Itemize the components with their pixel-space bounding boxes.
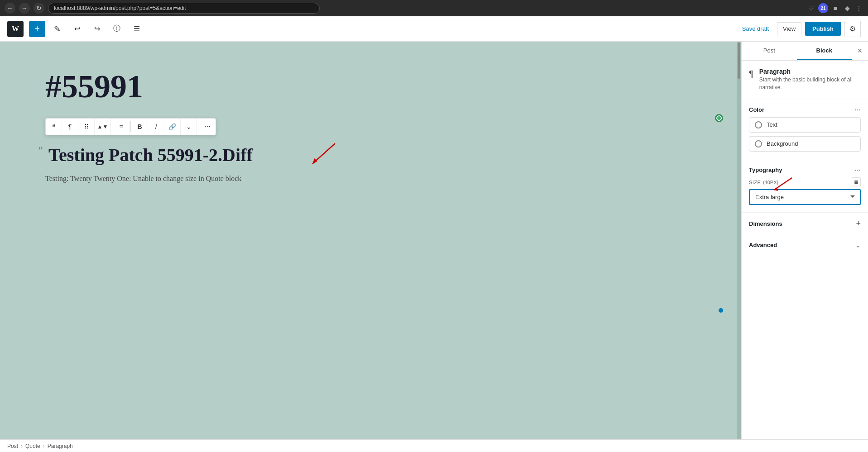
sidebar-tabs: Post Block × xyxy=(742,42,868,61)
sliders-icon: ≣ xyxy=(854,179,858,185)
main-layout: #55991 ❝ ¶ ⠿ ▲▼ ≡ xyxy=(0,42,868,439)
breadcrumb-bar: Post › Quote › Paragraph xyxy=(0,439,868,452)
advanced-toggle-icon[interactable]: ⌄ xyxy=(855,242,861,249)
bold-icon: B xyxy=(137,123,142,130)
bold-button[interactable]: B xyxy=(132,119,148,135)
scrollbar[interactable] xyxy=(737,42,741,439)
breadcrumb-post[interactable]: Post xyxy=(7,443,18,449)
dimensions-add-button[interactable]: + xyxy=(856,219,861,228)
paragraph-icon: ¶ xyxy=(68,123,72,130)
block-desc: Start with the basic building block of a… xyxy=(759,76,861,91)
sidebar-close-button[interactable]: × xyxy=(852,43,868,59)
more-formats-button[interactable]: ⌄ xyxy=(181,119,197,135)
breadcrumb-quote[interactable]: Quote xyxy=(25,443,40,449)
chevron-down-icon: ⌄ xyxy=(186,123,192,130)
view-button[interactable]: View xyxy=(777,22,801,35)
color-section-header: Color ⋯ xyxy=(749,106,861,114)
redo-button[interactable]: ↪ xyxy=(89,21,105,37)
url-text: localhost:8889/wp-admin/post.php?post=5&… xyxy=(54,5,186,11)
green-dot-inner xyxy=(716,115,722,121)
block-name: Paragraph xyxy=(759,68,861,75)
color-background-label: Background xyxy=(767,140,798,147)
more-options-button[interactable]: ⋯ xyxy=(199,119,216,135)
select-wrapper: Small Medium Large Extra large Custom xyxy=(749,189,861,205)
scroll-thumb[interactable] xyxy=(738,43,740,79)
font-size-select[interactable]: Small Medium Large Extra large Custom xyxy=(749,189,861,205)
size-label-group: SIZE (40PX) xyxy=(749,178,778,186)
browser-bar: ← → ↻ localhost:8889/wp-admin/post.php?p… xyxy=(0,0,868,16)
color-options: Text Background xyxy=(749,117,861,152)
paragraph-block[interactable]: Testing Patch 55991-2.Diff xyxy=(45,144,696,166)
move-up-down-button[interactable]: ▲▼ xyxy=(95,119,111,135)
sidebar: Post Block × ¶ Paragraph Start with the … xyxy=(741,42,868,439)
undo-button[interactable]: ↩ xyxy=(69,21,85,37)
extensions-icon[interactable]: ◆ xyxy=(843,4,852,13)
typography-section-header: Typography ⋯ xyxy=(749,167,861,174)
advanced-title: Advanced xyxy=(749,242,777,248)
url-bar[interactable]: localhost:8889/wp-admin/post.php?post=5&… xyxy=(48,3,320,14)
add-block-button[interactable]: + xyxy=(29,21,45,37)
size-label: SIZE xyxy=(749,180,761,185)
color-section: Color ⋯ Text Background xyxy=(742,99,868,159)
drag-handle[interactable]: ⠿ xyxy=(78,119,95,135)
sub-text[interactable]: Testing: Twenty Twenty One: Unable to ch… xyxy=(45,175,696,183)
breadcrumb-sep-2: › xyxy=(43,443,45,449)
forward-button[interactable]: → xyxy=(19,3,30,14)
tab-post[interactable]: Post xyxy=(742,42,797,60)
wp-toolbar: W + ✎ ↩ ↪ ⓘ ☰ Save draft View Publish ⚙ xyxy=(0,16,868,42)
color-background-option[interactable]: Background xyxy=(749,136,861,152)
blue-indicator xyxy=(719,308,723,313)
gear-icon: ⚙ xyxy=(849,24,856,33)
quote-icon: ❝ xyxy=(52,123,56,130)
typography-section: Typography ⋯ SIZE (40PX) ≣ Small xyxy=(742,159,868,213)
link-button[interactable]: 🔗 xyxy=(164,119,181,135)
size-row: SIZE (40PX) ≣ xyxy=(749,177,861,186)
save-draft-button[interactable]: Save draft xyxy=(738,23,773,35)
toolbar-divider-1 xyxy=(112,121,112,132)
size-controls-button[interactable]: ≣ xyxy=(852,177,861,186)
align-button[interactable]: ≡ xyxy=(113,119,129,135)
info-button[interactable]: ⓘ xyxy=(109,21,125,37)
arrows-icon: ▲▼ xyxy=(97,124,108,130)
breadcrumb-paragraph[interactable]: Paragraph xyxy=(48,443,73,449)
wp-logo: W xyxy=(7,21,24,37)
link-icon: 🔗 xyxy=(168,123,176,130)
edit-button[interactable]: ✎ xyxy=(49,21,65,37)
align-icon: ≡ xyxy=(119,123,123,130)
refresh-button[interactable]: ↻ xyxy=(34,3,44,14)
advanced-section[interactable]: Advanced ⌄ xyxy=(742,235,868,255)
dimensions-section[interactable]: Dimensions + xyxy=(742,213,868,235)
browser-icons: ♡ 21 ■ ◆ ⋮ xyxy=(806,3,863,13)
block-info: ¶ Paragraph Start with the basic buildin… xyxy=(742,61,868,99)
quote-format-button[interactable]: ❝ xyxy=(46,119,62,135)
back-button[interactable]: ← xyxy=(5,3,15,14)
editor-canvas: #55991 ❝ ¶ ⠿ ▲▼ ≡ xyxy=(0,42,741,439)
typography-section-title: Typography xyxy=(749,167,782,173)
typography-section-toggle[interactable]: ⋯ xyxy=(854,167,861,174)
settings-button[interactable]: ⚙ xyxy=(844,21,861,37)
post-title[interactable]: #55991 xyxy=(45,69,696,105)
extension-icon[interactable]: ■ xyxy=(831,4,840,13)
toolbar-divider-3 xyxy=(198,121,198,132)
color-text-radio[interactable] xyxy=(755,121,762,128)
paragraph-type-button[interactable]: ¶ xyxy=(62,119,78,135)
tab-block[interactable]: Block xyxy=(797,42,852,60)
drag-icon: ⠿ xyxy=(84,123,89,130)
inline-toolbar: ❝ ¶ ⠿ ▲▼ ≡ B I xyxy=(45,118,216,135)
list-view-button[interactable]: ☰ xyxy=(129,21,145,37)
green-status-indicator xyxy=(715,114,723,122)
menu-icon[interactable]: ⋮ xyxy=(854,4,863,13)
color-background-radio[interactable] xyxy=(755,140,762,147)
color-text-option[interactable]: Text xyxy=(749,117,861,133)
editor-area[interactable]: #55991 ❝ ¶ ⠿ ▲▼ ≡ xyxy=(0,42,741,439)
publish-button[interactable]: Publish xyxy=(805,22,841,36)
color-section-toggle[interactable]: ⋯ xyxy=(854,106,861,114)
star-icon[interactable]: ♡ xyxy=(806,4,815,13)
dimensions-title: Dimensions xyxy=(749,220,782,227)
size-value: (40PX) xyxy=(763,180,778,185)
breadcrumb-sep-1: › xyxy=(21,443,23,449)
italic-button[interactable]: I xyxy=(148,119,164,135)
color-text-label: Text xyxy=(767,121,777,128)
block-details: Paragraph Start with the basic building … xyxy=(759,68,861,91)
toolbar-right: Save draft View Publish ⚙ xyxy=(738,21,861,37)
